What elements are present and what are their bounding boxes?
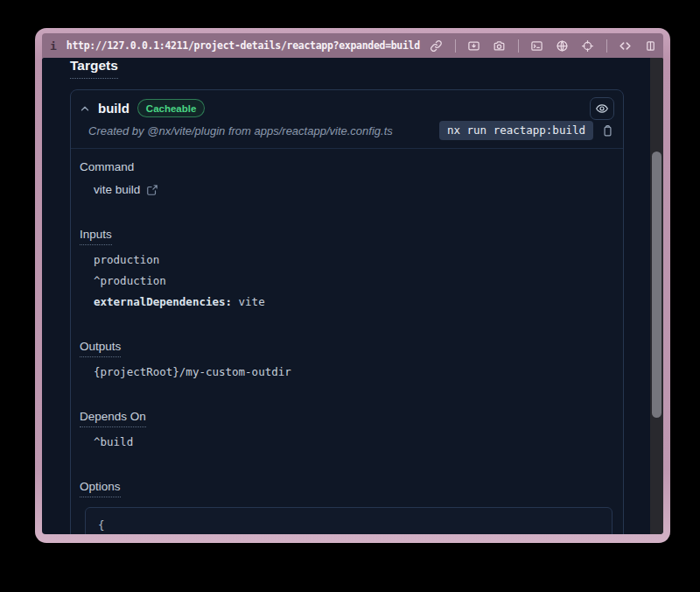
browser-titlebar: i http://127.0.0.1:4211/project-details/… [42, 33, 663, 58]
project-details-page: Targets build Cacheable Created by @nx/v… [42, 58, 650, 534]
browser-window: i http://127.0.0.1:4211/project-details/… [35, 28, 670, 543]
input-item-keyed: externalDependencies: vite [94, 294, 614, 309]
options-heading: Options [80, 480, 121, 497]
run-command-chip: nx run reactapp:build [439, 121, 593, 140]
inputs-heading: Inputs [80, 228, 112, 245]
cacheable-badge: Cacheable [137, 99, 206, 117]
json-indent [98, 533, 111, 534]
split-panel-icon[interactable] [644, 39, 658, 53]
depends-on-item: ^build [94, 434, 614, 449]
build-target-name: build [98, 101, 130, 116]
input-key-value: vite [232, 295, 265, 308]
outputs-heading: Outputs [80, 340, 121, 357]
info-icon: i [50, 39, 57, 53]
chevron-up-icon [80, 103, 90, 114]
code-icon[interactable] [619, 39, 633, 53]
command-value-row: vite build [94, 182, 614, 197]
page-viewport: Targets build Cacheable Created by @nx/v… [42, 58, 663, 534]
input-item: production [94, 252, 614, 267]
input-key: externalDependencies: [94, 295, 232, 308]
run-command-group: nx run reactapp:build [439, 121, 614, 140]
created-by-text: Created by @nx/vite/plugin from apps/rea… [88, 124, 393, 137]
scrollbar-thumb[interactable] [652, 152, 662, 418]
screenshot-download-icon[interactable] [467, 39, 481, 53]
external-link-icon[interactable] [146, 184, 158, 196]
targets-heading: Targets [70, 58, 118, 79]
link-icon[interactable] [430, 39, 444, 53]
output-item: {projectRoot}/my-custom-outdir [94, 364, 614, 379]
depends-on-heading: Depends On [80, 410, 146, 427]
terminal-icon[interactable] [530, 39, 544, 53]
titlebar-divider [455, 39, 456, 53]
titlebar-divider [606, 39, 607, 53]
build-target-card: build Cacheable Created by @nx/vite/plug… [70, 89, 624, 534]
camera-icon[interactable] [493, 39, 507, 53]
titlebar-divider [518, 39, 519, 53]
input-item: ^production [94, 273, 614, 288]
crosshair-icon[interactable] [581, 39, 595, 53]
vertical-scrollbar[interactable] [650, 58, 663, 534]
copy-command-button[interactable] [601, 124, 614, 137]
build-target-meta: Created by @nx/vite/plugin from apps/rea… [71, 120, 623, 148]
view-target-graph-button[interactable] [590, 97, 614, 120]
titlebar-actions [430, 39, 658, 53]
json-key-cwd: "cwd" [111, 533, 144, 534]
url-bar[interactable]: http://127.0.0.1:4211/project-details/re… [66, 39, 420, 52]
json-open-brace: { [98, 518, 105, 532]
json-value-cwd: "apps/reactapp" [158, 533, 256, 534]
options-json-block: { "cwd": "apps/reactapp" } [85, 507, 612, 534]
globe-icon[interactable] [556, 39, 570, 53]
command-heading: Command [80, 160, 134, 174]
build-target-header[interactable]: build Cacheable [71, 90, 623, 120]
command-value: vite build [94, 182, 140, 197]
json-colon: : [144, 533, 158, 534]
build-target-details: Command vite build Inputs production ^pr… [71, 149, 623, 534]
